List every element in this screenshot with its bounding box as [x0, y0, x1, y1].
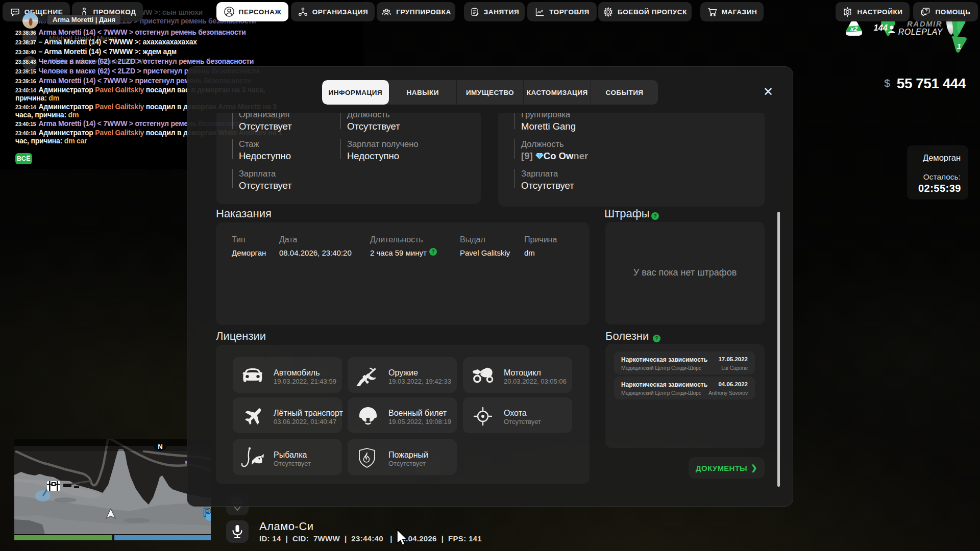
svg-text:ROLEPLAY: ROLEPLAY	[898, 28, 943, 36]
svg-text:1: 1	[957, 42, 961, 51]
svg-text:P: P	[203, 506, 211, 519]
svg-text:144: 144	[873, 23, 888, 32]
svg-text:N: N	[158, 443, 162, 450]
svg-text:x2: x2	[850, 25, 858, 33]
